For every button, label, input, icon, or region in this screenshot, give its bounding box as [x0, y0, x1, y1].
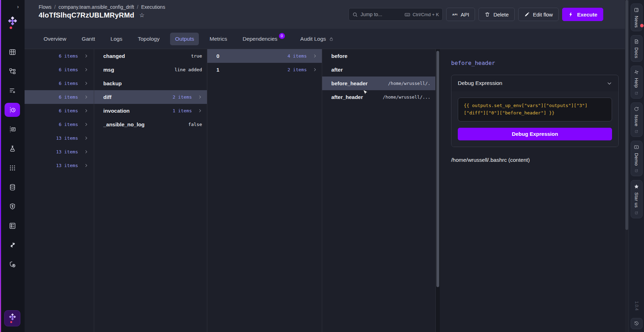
output-row[interactable]: _ansible_no_logfalse — [94, 118, 207, 131]
columns-scrollbar[interactable] — [436, 49, 440, 332]
rail-item-news[interactable]: News — [631, 4, 643, 31]
outputs-content: 6 items6 items6 items6 items6 items6 ite… — [25, 49, 629, 332]
debug-expression-button[interactable]: Debug Expression — [458, 128, 612, 140]
output-row[interactable]: 04 items — [207, 49, 322, 63]
output-row[interactable]: changedtrue — [94, 49, 207, 63]
outputs-column-keys: changedtruemsgline addedbackupdiff2 item… — [94, 49, 207, 332]
tab-gantt[interactable]: Gantt — [77, 33, 100, 45]
api-button-label: API — [461, 12, 469, 18]
output-item-count: 6 items — [59, 53, 78, 59]
scrollbar-thumb[interactable] — [436, 51, 439, 287]
sidebar-item-flows[interactable] — [5, 64, 20, 78]
history-button[interactable] — [631, 318, 643, 329]
sidebar-item-logs[interactable] — [5, 122, 20, 136]
rail-item-docs[interactable]: Docs — [631, 35, 643, 62]
breadcrumb-item[interactable]: company.team.ansible_config_drift — [58, 4, 134, 10]
executions-icon — [9, 106, 16, 114]
output-row[interactable]: after_header/home/wrussell/... — [322, 90, 435, 104]
breadcrumb-item[interactable]: Flows — [39, 4, 52, 10]
output-row[interactable]: 6 items — [25, 90, 94, 104]
output-row[interactable]: before — [322, 49, 435, 63]
kestra-logo-icon — [7, 15, 18, 30]
output-row[interactable]: diff2 items — [94, 90, 207, 104]
tab-metrics[interactable]: Metrics — [204, 33, 232, 45]
output-row[interactable]: 13 items — [25, 131, 94, 145]
output-item-count: 6 items — [59, 67, 78, 72]
output-row[interactable]: 6 items — [25, 104, 94, 118]
output-row[interactable]: backup — [94, 77, 207, 90]
tab-outputs[interactable]: Outputs — [170, 33, 199, 45]
sidebar-item-plugins[interactable] — [5, 238, 20, 252]
tab-overview[interactable]: Overview — [39, 33, 71, 45]
tab-label: Topology — [138, 36, 160, 42]
rail-item-star-us[interactable]: Star us — [631, 180, 643, 218]
tab-label: Gantt — [82, 36, 95, 42]
demo-icon — [634, 145, 639, 150]
api-icon: API — [452, 13, 457, 16]
kestra-logo[interactable] — [7, 15, 18, 32]
outputs-column-diff-items: 04 items12 items — [207, 49, 322, 332]
outputs-column-tasks: 6 items6 items6 items6 items6 items6 ite… — [25, 49, 94, 332]
output-key: after — [331, 67, 343, 73]
sidebar-item-executions[interactable] — [5, 103, 20, 117]
lock-icon — [329, 36, 334, 41]
page-scrollbar-thumb[interactable] — [625, 0, 628, 230]
output-row[interactable]: invocation1 items — [94, 104, 207, 118]
api-button[interactable]: API API — [446, 8, 475, 21]
tab-logs[interactable]: Logs — [106, 33, 128, 45]
favorite-star-icon[interactable]: ☆ — [139, 12, 144, 19]
dashboard-icon — [9, 48, 16, 56]
output-item-count: 13 items — [56, 163, 78, 168]
logs-icon — [9, 126, 16, 133]
tab-badge: 0 — [279, 33, 285, 39]
output-item-count: 13 items — [56, 149, 78, 154]
sidebar-item-instance[interactable] — [5, 257, 20, 271]
right-rail: NewsDocsHelpIssueDemoStar us1.0.4 — [629, 0, 644, 332]
output-row[interactable]: 13 items — [25, 145, 94, 159]
output-value-path: /home/wrussell/. — [388, 81, 430, 86]
output-key: before — [331, 53, 347, 59]
breadcrumb-item[interactable]: Executions — [141, 4, 165, 10]
jump-to-search[interactable]: Jump to... Ctrl/Cmd + K — [349, 8, 443, 21]
rail-item-label: Help — [634, 78, 639, 88]
output-item-count: 6 items — [59, 108, 78, 113]
sidebar-expand-chevron-icon[interactable]: › — [15, 4, 21, 10]
rail-item-help[interactable]: Help — [631, 66, 643, 98]
sidebar-item-templates[interactable] — [5, 84, 20, 98]
rail-item-demo[interactable]: Demo — [631, 141, 643, 176]
sidebar-item-dashboard[interactable] — [5, 45, 20, 59]
rail-item-label: News — [634, 16, 639, 28]
tab-topology[interactable]: Topology — [133, 33, 164, 45]
output-row[interactable]: after — [322, 63, 435, 77]
page-scrollbar[interactable] — [625, 0, 629, 332]
expression-code[interactable]: {{ outputs.set_up_env["vars"]["outputs"]… — [458, 98, 612, 121]
debug-expression-header[interactable]: Debug Expression — [451, 75, 618, 91]
output-key: backup — [103, 80, 122, 86]
tab-audit-logs[interactable]: Audit Logs — [295, 33, 339, 45]
output-row[interactable]: 6 items — [25, 77, 94, 90]
external-link-icon — [635, 91, 638, 95]
kestra-logo-bottom-button[interactable] — [4, 310, 20, 326]
edit-flow-button[interactable]: Edit flow — [518, 8, 559, 21]
search-shortcut: Ctrl/Cmd + K — [413, 12, 439, 17]
output-key: invocation — [103, 108, 130, 114]
output-row[interactable]: 6 items — [25, 49, 94, 63]
sidebar-item-namespaces[interactable] — [5, 180, 20, 194]
chevron-right-icon — [84, 54, 88, 58]
pencil-icon — [524, 12, 530, 17]
output-row[interactable]: 12 items — [207, 63, 322, 77]
sidebar-item-apps[interactable] — [5, 161, 20, 175]
rail-item-issue[interactable]: Issue — [631, 102, 643, 137]
output-row[interactable]: msgline added — [94, 63, 207, 77]
output-row[interactable]: 6 items — [25, 63, 94, 77]
output-row[interactable]: before_header/home/wrussell/. — [322, 77, 435, 90]
output-row[interactable]: 6 items — [25, 118, 94, 131]
chevron-right-icon — [198, 95, 202, 99]
output-row[interactable]: 13 items — [25, 159, 94, 172]
sidebar-item-tests[interactable] — [5, 141, 20, 155]
sidebar-item-administration[interactable] — [5, 219, 20, 233]
delete-button[interactable]: Delete — [479, 8, 514, 21]
execute-button[interactable]: Execute — [562, 8, 603, 21]
tab-dependencies[interactable]: Dependencies0 — [238, 33, 290, 45]
sidebar-item-secrets[interactable] — [5, 199, 20, 213]
